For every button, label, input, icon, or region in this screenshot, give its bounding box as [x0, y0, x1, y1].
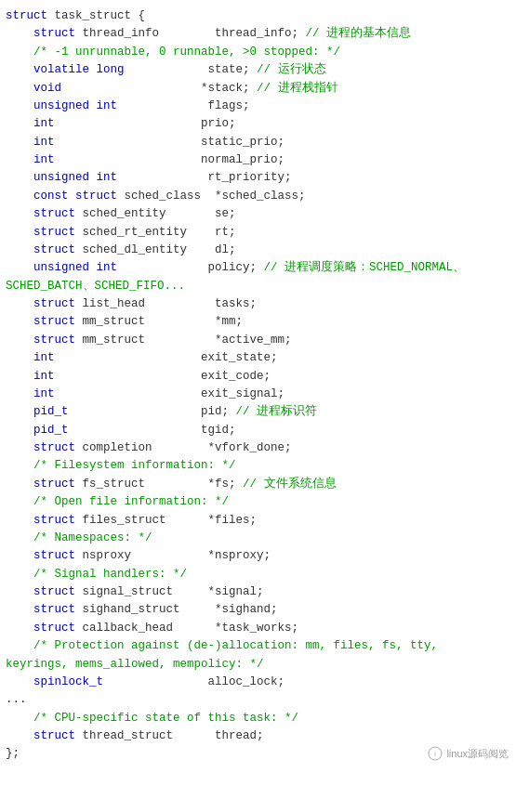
code-line: /* Signal handlers: */ — [6, 566, 510, 583]
code-line: int exit_signal; — [6, 386, 510, 403]
code-line: struct thread_info thread_info; // 进程的基本… — [6, 25, 510, 43]
code-line: struct mm_struct *mm; — [6, 313, 510, 331]
code-line: const struct sched_class *sched_class; — [6, 188, 510, 205]
code-line: struct sched_dl_entity dl; — [6, 242, 510, 259]
code-line: struct sched_entity se; — [6, 205, 510, 223]
code-lines: struct task_struct { struct thread_info … — [6, 7, 510, 764]
watermark-icon: i — [428, 746, 443, 761]
code-line: struct signal_struct *signal; — [6, 583, 510, 601]
code-line: /* Open file information: */ — [6, 493, 510, 511]
code-line: unsigned int policy; // 进程调度策略：SCHED_NOR… — [6, 259, 510, 277]
code-line: /* Filesystem information: */ — [6, 457, 510, 475]
code-line: unsigned int flags; — [6, 98, 510, 115]
code-line: ... — [6, 691, 510, 709]
code-line: int static_prio; — [6, 134, 510, 151]
code-line: /* Protection against (de-)allocation: m… — [6, 637, 510, 655]
watermark: i linux源码阅览 — [428, 746, 509, 762]
code-line: /* Namespaces: */ — [6, 530, 510, 547]
code-line: int prio; — [6, 115, 510, 133]
code-container: struct task_struct { struct thread_info … — [0, 0, 516, 771]
code-line: struct sched_rt_entity rt; — [6, 224, 510, 242]
code-line: struct thread_struct thread; — [6, 727, 510, 745]
code-line: SCHED_BATCH、SCHED_FIFO... — [6, 278, 510, 295]
code-line: struct fs_struct *fs; // 文件系统信息 — [6, 476, 510, 493]
code-line: struct callback_head *task_works; — [6, 620, 510, 637]
code-line: volatile long state; // 运行状态 — [6, 61, 510, 79]
code-line: keyrings, mems_allowed, mempolicy: */ — [6, 656, 510, 674]
code-line: unsigned int rt_priority; — [6, 169, 510, 187]
code-line: void *stack; // 进程栈指针 — [6, 80, 510, 98]
code-line: spinlock_t alloc_lock; — [6, 674, 510, 691]
code-line: int exit_state; — [6, 349, 510, 367]
code-line: struct mm_struct *active_mm; — [6, 332, 510, 349]
code-line: /* -1 unrunnable, 0 runnable, >0 stopped… — [6, 44, 510, 61]
watermark-text: linux源码阅览 — [446, 746, 509, 762]
code-line: struct list_head tasks; — [6, 295, 510, 313]
code-line: int exit_code; — [6, 368, 510, 386]
svg-text:i: i — [435, 751, 437, 757]
code-line: pid_t pid; // 进程标识符 — [6, 403, 510, 421]
code-line: int normal_prio; — [6, 151, 510, 169]
code-line: struct sighand_struct *sighand; — [6, 601, 510, 619]
code-line: struct task_struct { — [6, 7, 510, 25]
code-line: /* CPU-specific state of this task: */ — [6, 710, 510, 727]
code-line: pid_t tgid; — [6, 422, 510, 439]
code-line: struct nsproxy *nsproxy; — [6, 547, 510, 565]
code-line: struct files_struct *files; — [6, 512, 510, 530]
code-line: struct completion *vfork_done; — [6, 439, 510, 457]
